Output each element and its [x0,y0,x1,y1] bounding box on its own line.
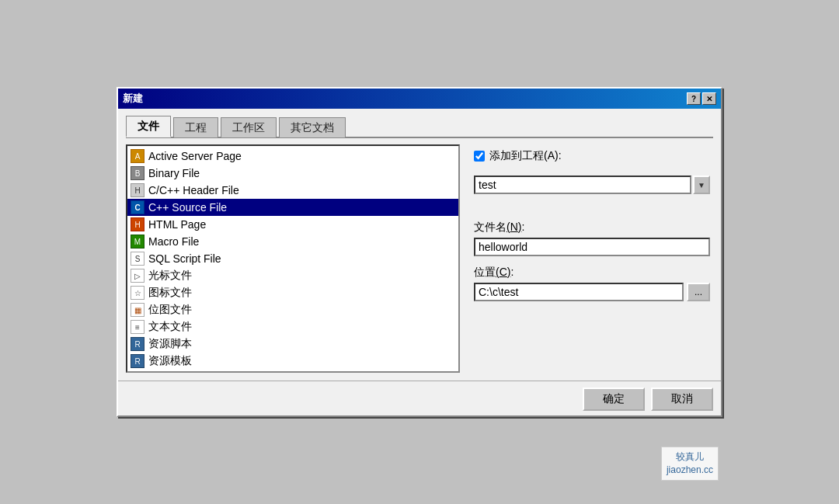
file-item-iconfile[interactable]: ☆ 图标文件 [127,284,458,301]
html-icon: H [131,217,144,231]
close-button[interactable]: ✕ [702,92,716,105]
asp-icon: A [131,149,144,163]
dialog-buttons: 确定 取消 [118,381,721,415]
file-label-header: C/C++ Header File [148,184,239,196]
text-icon: ≡ [131,320,144,334]
file-item-res[interactable]: R 资源脚本 [127,335,458,353]
macro-icon: M [131,235,144,249]
add-to-project-row: 添加到工程(A): [474,149,710,163]
sql-icon: S [131,252,144,266]
header-icon: H [131,183,144,197]
content-area: A Active Server Page B Binary File H C/C… [126,144,713,373]
tab-bar: 文件 工程 工作区 其它文档 [126,115,713,138]
watermark-line1: 较真儿 [667,450,713,464]
file-label-res: 资源脚本 [148,337,192,351]
location-row: 位置(C): ... [474,266,710,301]
project-select-row: test ▼ [474,176,710,194]
tab-workspace[interactable]: 工作区 [221,117,277,137]
location-input-row: ... [474,283,710,301]
filename-row: 文件名(N): [474,221,710,256]
file-label-html: HTML Page [148,218,206,231]
project-dropdown-btn[interactable]: ▼ [693,176,710,194]
help-button[interactable]: ? [687,92,701,105]
file-item-sql[interactable]: S SQL Script File [127,250,458,267]
file-label-restemplate: 资源模板 [148,354,192,368]
file-item-html[interactable]: H HTML Page [127,216,458,233]
file-item-bitmap[interactable]: ▦ 位图文件 [127,301,458,318]
file-label-asp: Active Server Page [148,150,242,162]
dialog-body: 文件 工程 工作区 其它文档 A Active Server Page B Bi… [118,109,721,381]
file-label-cpp: C++ Source File [148,201,227,214]
file-label-binary: Binary File [148,167,200,179]
project-select[interactable]: test [474,176,691,194]
file-list-panel[interactable]: A Active Server Page B Binary File H C/C… [126,144,460,373]
filename-input[interactable] [474,238,710,256]
new-dialog: 新建 ? ✕ 文件 工程 工作区 其它文档 A Active Server Pa… [117,87,722,417]
file-item-asp[interactable]: A Active Server Page [127,148,458,165]
watermark: 较真儿 jiaozhen.cc [661,447,719,481]
file-label-text: 文本文件 [148,320,192,334]
location-label: 位置(C): [474,266,710,280]
title-bar: 新建 ? ✕ [118,89,721,109]
file-item-binary[interactable]: B Binary File [127,165,458,182]
file-item-header[interactable]: H C/C++ Header File [127,182,458,199]
tab-other[interactable]: 其它文档 [279,117,346,137]
file-item-restemplate[interactable]: R 资源模板 [127,353,458,370]
title-bar-buttons: ? ✕ [687,92,716,105]
iconfile-icon: ☆ [131,286,144,300]
browse-button[interactable]: ... [687,283,710,301]
add-to-project-checkbox[interactable] [474,151,485,162]
add-to-project-label[interactable]: 添加到工程(A): [489,149,562,163]
cursor-icon: ▷ [131,269,144,283]
file-item-cpp[interactable]: C C++ Source File [127,199,458,216]
restemplate-icon: R [131,354,144,368]
file-label-cursor: 光标文件 [148,269,192,283]
tab-project[interactable]: 工程 [173,117,218,137]
file-label-sql: SQL Script File [148,252,221,265]
file-item-cursor[interactable]: ▷ 光标文件 [127,267,458,284]
location-input[interactable] [474,283,684,301]
filename-label: 文件名(N): [474,221,710,235]
binary-icon: B [131,166,144,180]
file-label-macro: Macro File [148,235,199,248]
bitmap-icon: ▦ [131,303,144,317]
file-label-iconfile: 图标文件 [148,286,192,300]
cancel-button[interactable]: 取消 [651,388,713,411]
watermark-line2: jiaozhen.cc [667,464,713,477]
file-item-macro[interactable]: M Macro File [127,233,458,250]
res-icon: R [131,337,144,351]
ok-button[interactable]: 确定 [583,388,645,411]
file-label-bitmap: 位图文件 [148,303,192,317]
tab-file[interactable]: 文件 [126,116,171,137]
file-item-text[interactable]: ≡ 文本文件 [127,318,458,335]
cpp-icon: C [131,200,144,214]
dialog-title: 新建 [123,92,143,106]
right-panel: 添加到工程(A): test ▼ 文件名(N): [468,144,713,373]
